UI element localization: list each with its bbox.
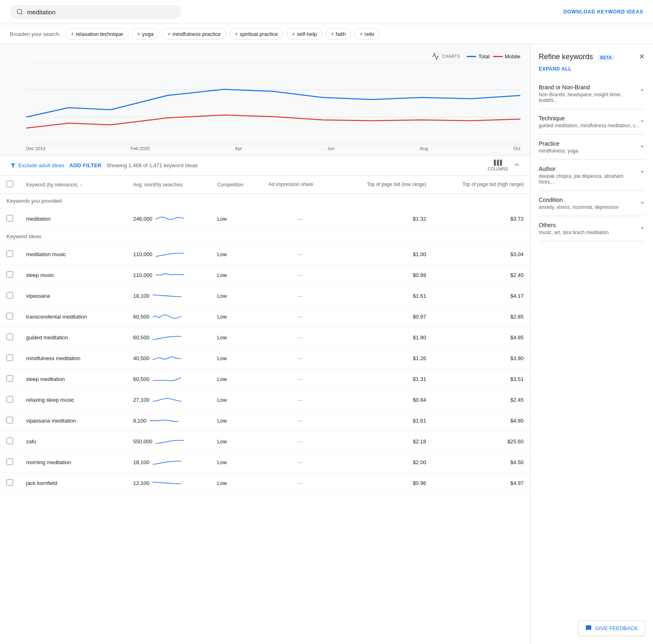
plus-icon: +	[137, 31, 140, 37]
close-button[interactable]: ✕	[639, 52, 645, 61]
broaden-chip-reiki[interactable]: + reiki	[354, 28, 380, 40]
total-legend-line	[466, 56, 476, 57]
x-axis-labels: Dec 2019 Feb 2020 Apr Jun Aug Oct	[26, 144, 520, 151]
keyword-link[interactable]: relaxing sleep music	[26, 397, 74, 403]
refine-section-2[interactable]: Practice mindfulness, yoga ⌄	[539, 135, 645, 160]
keyword-link[interactable]: zafu	[26, 438, 36, 445]
sparkline	[155, 269, 184, 281]
search-input[interactable]: meditation	[27, 9, 175, 15]
refine-section-5[interactable]: Others music, art, tara brach meditation…	[539, 216, 645, 241]
refine-section-header: Others music, art, tara brach meditation…	[539, 222, 645, 235]
row-keyword-cell: sleep music	[20, 265, 127, 285]
keyword-table: Keyword (by relevance) ↓ Avg. monthly se…	[0, 176, 530, 494]
search-box[interactable]: meditation	[10, 5, 181, 19]
keyword-link[interactable]: mindfulness meditation	[26, 355, 80, 361]
row-bid-high-cell: $4.17	[433, 285, 530, 306]
row-checkbox[interactable]	[7, 438, 13, 444]
beta-badge: BETA	[598, 55, 614, 61]
row-keyword-cell: zafu	[20, 431, 127, 452]
keyword-link[interactable]: vipassana meditation	[26, 418, 76, 424]
row-checkbox[interactable]	[7, 458, 13, 465]
row-checkbox[interactable]	[7, 417, 13, 423]
refine-section-title: Technique	[539, 115, 640, 122]
row-keyword-cell: jack kornfield	[20, 473, 127, 494]
broaden-chip-relaxation-technique[interactable]: + relaxation technique	[65, 28, 129, 40]
refine-section-1[interactable]: Technique guided meditation, mindfulness…	[539, 109, 645, 135]
sparkline	[153, 331, 181, 343]
row-checkbox[interactable]	[7, 375, 13, 382]
total-label: Total	[478, 53, 489, 60]
select-all-checkbox[interactable]	[7, 181, 13, 187]
plus-icon: +	[167, 31, 171, 37]
row-bid-low-cell: $1.00	[338, 244, 433, 265]
keyword-link[interactable]: meditation	[26, 216, 51, 222]
row-checkbox[interactable]	[7, 292, 13, 299]
svg-rect-5	[494, 160, 496, 166]
broaden-chip-spiritual-practice[interactable]: + spiritual practice	[229, 28, 283, 40]
sort-arrow-icon: ↓	[80, 182, 82, 188]
refine-section-subtitle: Non-Brands, headspace, insight timer, bu…	[539, 92, 640, 103]
refine-section-header: Technique guided meditation, mindfulness…	[539, 115, 645, 128]
row-monthly-cell: 27,100	[127, 389, 211, 410]
keyword-link[interactable]: morning meditation	[26, 459, 71, 465]
add-filter-button[interactable]: ADD FILTER	[69, 162, 102, 168]
broaden-chip-self-help[interactable]: + self-help	[287, 28, 322, 40]
left-panel: CHARTS Total Mobile 4M 2M 0	[0, 44, 531, 644]
columns-button[interactable]: COLUMNS	[488, 159, 508, 171]
keyword-link[interactable]: jack kornfield	[26, 480, 57, 486]
x-label-jun: Jun	[327, 146, 335, 151]
chip-label: self-help	[297, 31, 317, 37]
row-checkbox-cell	[0, 369, 20, 389]
row-checkbox[interactable]	[7, 271, 13, 278]
keyword-link[interactable]: vipassana	[26, 293, 50, 299]
give-feedback-button[interactable]: GIVE FEEDBACK	[578, 620, 645, 636]
mobile-legend: Mobile	[493, 53, 520, 60]
row-checkbox[interactable]	[7, 250, 13, 257]
row-checkbox[interactable]	[7, 354, 13, 361]
table-row: sleep meditation 60,500 Low — $1.31 $3.5…	[0, 369, 530, 389]
exclude-adult-button[interactable]: Exclude adult ideas	[10, 162, 64, 169]
mobile-legend-line	[493, 56, 503, 57]
refine-section-subtitle: deepak chopra, joe dispenza, abraham hic…	[539, 173, 640, 185]
row-checkbox[interactable]	[7, 215, 13, 221]
expand-all-button[interactable]: EXPAND ALL	[539, 66, 645, 72]
sparkline	[155, 212, 184, 225]
table-row: morning meditation 18,100 Low — $2.00 $4…	[0, 452, 530, 473]
refine-section-header: Brand or Non-Brand Non-Brands, headspace…	[539, 84, 645, 103]
th-competition: Competition	[211, 176, 262, 194]
sparkline	[155, 435, 184, 447]
th-keyword[interactable]: Keyword (by relevance) ↓	[20, 176, 127, 194]
broaden-chip-faith[interactable]: + faith	[325, 28, 351, 40]
row-impression-cell: —	[262, 285, 338, 306]
download-keyword-ideas-link[interactable]: DOWNLOAD KEYWORD IDEAS	[563, 9, 643, 15]
collapse-button[interactable]	[513, 161, 520, 170]
plus-icon: +	[331, 31, 334, 37]
row-keyword-cell: mindfulness meditation	[20, 348, 127, 369]
keyword-link[interactable]: guided meditation	[26, 334, 68, 341]
x-label-dec2019: Dec 2019	[26, 146, 45, 151]
table-row: meditation 246,000 Low — $1.32 $3.72	[0, 208, 530, 229]
table-row: zafu 550,000 Low — $2.18 $25.60	[0, 431, 530, 452]
keyword-link[interactable]: sleep music	[26, 272, 54, 278]
row-bid-high-cell: $2.85	[433, 306, 530, 327]
refine-section-3[interactable]: Author deepak chopra, joe dispenza, abra…	[539, 160, 645, 191]
row-bid-low-cell: $1.61	[338, 410, 433, 431]
row-monthly-cell: 18,100	[127, 285, 211, 306]
refine-section-0[interactable]: Brand or Non-Brand Non-Brands, headspace…	[539, 78, 645, 109]
row-impression-cell: —	[262, 473, 338, 494]
keyword-link[interactable]: sleep meditation	[26, 376, 65, 382]
keyword-link[interactable]: meditation music	[26, 251, 66, 257]
row-checkbox[interactable]	[7, 334, 13, 340]
broaden-chip-yoga[interactable]: + yoga	[132, 28, 159, 40]
keyword-link[interactable]: transcendental meditation	[26, 314, 87, 320]
monthly-value: 8,100	[133, 418, 147, 424]
row-checkbox[interactable]	[7, 313, 13, 319]
row-checkbox[interactable]	[7, 479, 13, 486]
top-bar: meditation DOWNLOAD KEYWORD IDEAS	[0, 0, 653, 24]
broaden-chip-mindfulness-practice[interactable]: + mindfulness practice	[162, 28, 226, 40]
plus-icon: +	[235, 31, 238, 37]
row-checkbox[interactable]	[7, 396, 13, 403]
refine-section-4[interactable]: Condition anxiety, stress, insomnia, dep…	[539, 191, 645, 216]
sparkline	[153, 310, 181, 323]
table-row: mindfulness meditation 40,500 Low — $1.2…	[0, 348, 530, 369]
